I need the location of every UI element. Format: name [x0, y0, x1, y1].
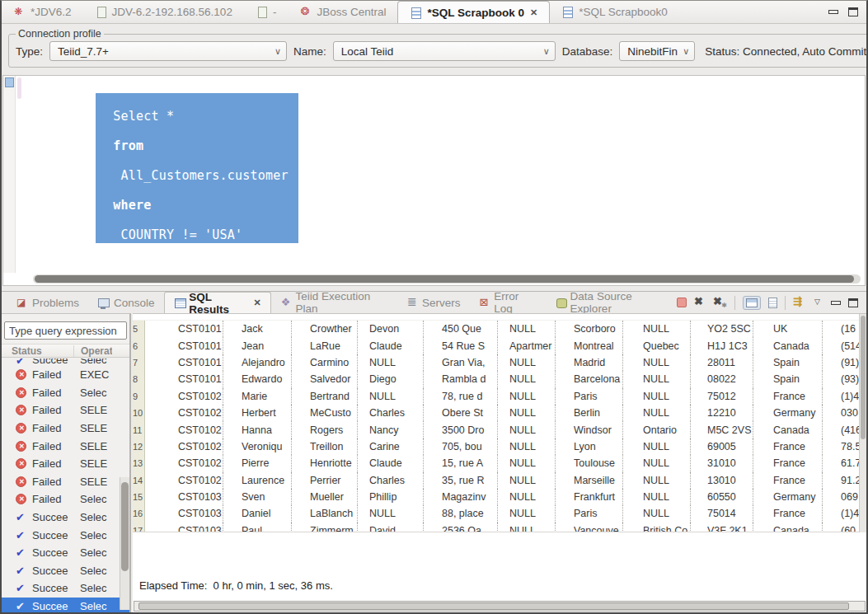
remove-all-results-icon[interactable]	[713, 297, 727, 308]
maximize-icon[interactable]	[848, 7, 858, 16]
result-row[interactable]: 15 CST0103 Sven Mueller Phillip Magazinv…	[133, 489, 859, 505]
cell-state: Quebec	[623, 337, 691, 354]
query-history-row[interactable]: Succee Selec	[2, 562, 129, 580]
results-horizontal-scrollbar[interactable]	[134, 601, 866, 612]
result-row[interactable]: 11 CST0102 Hanna Rogers Nancy 3500 Dro N…	[133, 421, 859, 438]
scrollbar-thumb[interactable]	[861, 316, 866, 439]
cell-country: France	[753, 472, 823, 489]
query-history-row[interactable]: Succee Selec	[2, 598, 129, 612]
minimize-icon[interactable]	[831, 301, 841, 305]
view-menu-icon[interactable]	[814, 298, 823, 307]
result-row[interactable]: 9 CST0102 Marie Bertrand NULL 78, rue d …	[133, 388, 859, 405]
result-row[interactable]: 13 CST0102 Pierre Henriotte Claude 15, r…	[133, 455, 859, 471]
file-icon	[561, 7, 573, 17]
scrollbar-thumb[interactable]	[35, 275, 854, 283]
cell-address2: NULL	[498, 472, 556, 489]
result-row[interactable]: 16 CST0103 Daniel LaBlanch NULL 88, plac…	[133, 505, 859, 522]
launch-arrows-icon[interactable]	[793, 297, 806, 308]
view-tab[interactable]: Teiid Execution Plan	[271, 292, 396, 313]
query-filter-input[interactable]	[4, 321, 127, 340]
status-column-header[interactable]: Status	[2, 345, 74, 357]
result-row[interactable]: 10 CST0102 Herbert MeCusto Charles Obere…	[133, 405, 859, 421]
scrolled-row-sliver	[133, 314, 859, 321]
tile-mode-button[interactable]	[743, 296, 761, 310]
query-history-row[interactable]: Failed SELE	[2, 437, 129, 455]
editor-tab[interactable]: *SQL Scrapbook 0 ✕	[397, 1, 550, 23]
cell-phone: (416	[823, 421, 859, 438]
close-icon[interactable]: ✕	[253, 298, 260, 308]
editor-tab[interactable]: *SQL Scrapbook0	[550, 1, 679, 23]
name-combo[interactable]: Local Teiid	[333, 41, 556, 61]
editor-tab[interactable]: *JDV6.2	[2, 1, 83, 23]
history-vertical-scrollbar[interactable]	[120, 477, 129, 610]
editor-tab-label: *SQL Scrapbook0	[579, 6, 668, 18]
cell-address1: 450 Que	[424, 321, 498, 337]
result-row[interactable]: 14 CST0102 Laurence Perrier Charles 35, …	[133, 472, 859, 489]
query-history-row[interactable]: Succee Selec	[2, 579, 129, 598]
cell-address2: NULL	[498, 489, 556, 505]
results-vertical-scrollbar[interactable]	[859, 314, 866, 532]
view-tab-icon	[280, 298, 291, 308]
cell-address1: 15, rue A	[424, 455, 498, 471]
scrollbar-thumb[interactable]	[121, 482, 129, 571]
query-history-row[interactable]: Failed SELE	[2, 473, 129, 491]
maximize-icon[interactable]	[848, 298, 858, 307]
query-history-row[interactable]: Succee Selec	[2, 526, 129, 544]
query-history-row[interactable]: Failed SELE	[2, 401, 129, 419]
history-operation-cell: SELE	[80, 404, 120, 416]
cell-middle-name: Devon	[358, 321, 424, 337]
view-tab-bar: Problems Console SQL Results ✕ Teiid Exe…	[2, 292, 866, 313]
cell-country: Canada	[753, 337, 823, 354]
database-combo[interactable]: NinebitFina	[619, 41, 695, 61]
chevron-down-icon	[683, 46, 689, 57]
query-history-row[interactable]: Failed Selec	[2, 384, 129, 402]
view-tab-icon	[555, 298, 565, 308]
results-table: 5 CST0101 Jack Crowther Devon 450 Que NU…	[133, 314, 859, 532]
cell-state: NULL	[623, 371, 691, 387]
query-history-row[interactable]: Succee Selec	[2, 509, 129, 527]
remove-result-icon[interactable]	[694, 297, 706, 308]
cell-middle-name: Phillip	[358, 489, 424, 505]
cell-first-name: Laurence	[223, 472, 292, 489]
cell-customer-id: CST0103	[145, 523, 223, 532]
type-combo[interactable]: Teiid_7.7+	[49, 41, 287, 61]
cell-address1: Magazinv	[424, 489, 498, 505]
single-result-view-icon[interactable]	[768, 298, 777, 308]
operation-column-header[interactable]: Operat	[74, 345, 112, 357]
view-tab[interactable]: Servers	[396, 292, 470, 313]
editor-tab[interactable]: -	[244, 1, 289, 23]
close-icon[interactable]: ✕	[530, 7, 537, 18]
cell-address1: 2536 Qa	[424, 523, 498, 532]
editor-horizontal-scrollbar[interactable]	[33, 274, 861, 284]
query-history-row[interactable]: Failed EXEC	[2, 366, 129, 384]
query-history-row[interactable]: Failed Selec	[2, 490, 129, 509]
view-tab[interactable]: Console	[88, 292, 164, 313]
scrollbar-thumb[interactable]	[138, 602, 849, 610]
view-tab-label: Error Log	[494, 290, 536, 315]
editor-tab[interactable]: JDV-6.2-192.168.56.102	[83, 1, 244, 23]
row-number-cell: 12	[133, 438, 145, 455]
view-tab-icon	[479, 298, 490, 308]
result-row[interactable]: 7 CST0101 Alejandro Carmino NULL Gran Vi…	[133, 354, 859, 371]
cell-postcode: 08022	[691, 371, 753, 387]
sql-editor[interactable]: Select * from All_Customers.customer whe…	[2, 75, 866, 286]
minimize-icon[interactable]	[828, 10, 838, 14]
view-tab[interactable]: SQL Results ✕	[164, 292, 271, 313]
view-tab[interactable]: Problems	[7, 292, 88, 313]
query-history-row[interactable]: Failed SELE	[2, 419, 129, 438]
history-status-cell: Succee	[32, 546, 80, 559]
cell-middle-name: Carine	[358, 438, 424, 455]
result-row[interactable]: 17 CST0103 Paul Zimmerm David 2536 Qa NU…	[133, 523, 859, 532]
result-row[interactable]: 8 CST0101 Edwardo Salvedor Diego Rambla …	[133, 371, 859, 387]
result-row[interactable]: 6 CST0101 Jean LaRue Claude 54 Rue S Apa…	[133, 337, 859, 354]
query-history-row[interactable]: Failed SELE	[2, 455, 129, 473]
result-row[interactable]: 5 CST0101 Jack Crowther Devon 450 Que NU…	[133, 321, 859, 337]
query-history-row[interactable]: Succee Selec	[2, 359, 129, 366]
view-tab[interactable]: Error Log	[470, 292, 546, 313]
query-history-row[interactable]: Succee Selec	[2, 544, 129, 562]
editor-tab[interactable]: JBoss Central	[288, 1, 397, 23]
cell-first-name: Daniel	[223, 505, 292, 522]
terminate-icon[interactable]	[677, 298, 687, 307]
view-tab[interactable]: Data Source Explorer	[546, 292, 677, 313]
result-row[interactable]: 12 CST0102 Veroniqu Treillon Carine 705,…	[133, 438, 859, 455]
